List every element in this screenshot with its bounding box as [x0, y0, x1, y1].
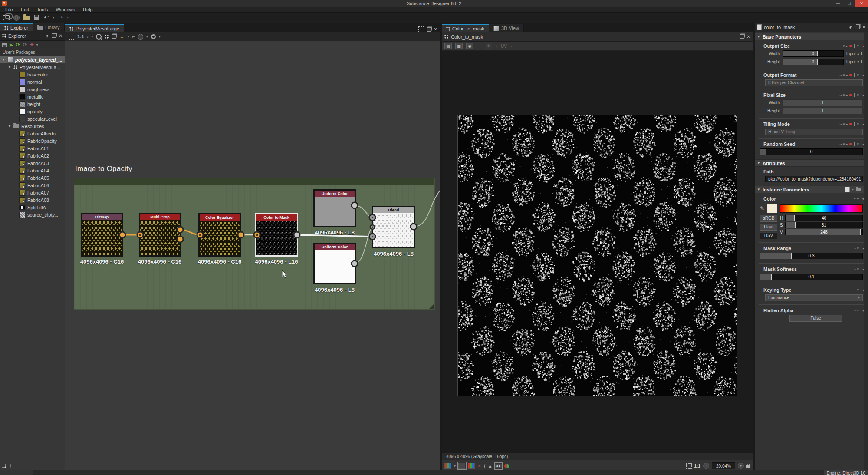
- float-button[interactable]: Float: [760, 224, 777, 231]
- globe-icon[interactable]: [13, 14, 20, 21]
- section-collapse-icon[interactable]: ▼: [757, 188, 760, 191]
- pin-colortomask-output[interactable]: [294, 232, 300, 238]
- tree-item-fabricopacity[interactable]: FabricOpacity: [0, 137, 65, 145]
- save-package-icon[interactable]: [2, 43, 7, 47]
- param-function-icons[interactable]: ~ ▾: [854, 288, 859, 292]
- pin-bitmap-output[interactable]: [119, 232, 125, 238]
- close-properties-icon[interactable]: ✕: [862, 25, 866, 30]
- tree-item-source-tripty[interactable]: source_tripty...: [0, 211, 65, 218]
- window-icon[interactable]: [112, 34, 116, 39]
- tree-item-fabricalbedo[interactable]: FabricAlbedo: [0, 130, 65, 137]
- wire-uniformbottom-blend[interactable]: [355, 228, 372, 264]
- pin-uniformbottom-output[interactable]: [352, 261, 358, 267]
- maximize-button[interactable]: ❐: [844, 0, 855, 7]
- pin-blend-output[interactable]: [411, 224, 417, 230]
- tree-item-resources[interactable]: ▼ Resources: [0, 122, 65, 130]
- tree-item-fabrica08[interactable]: FabricA08: [0, 196, 65, 204]
- tree-item-package[interactable]: ▼ polyester_layered_...: [0, 56, 65, 63]
- srgb-button[interactable]: sRGB: [760, 215, 777, 222]
- zoom-percent-field[interactable]: 20.04%: [712, 462, 735, 469]
- close-panel-icon[interactable]: ✕: [59, 33, 62, 38]
- float-panel-icon[interactable]: [52, 33, 56, 38]
- info-icon[interactable]: i: [87, 34, 88, 39]
- preset-icon[interactable]: [845, 187, 850, 192]
- graph-canvas[interactable]: Image to Opacity Bitmap 4096x4096 - C16 …: [65, 41, 440, 470]
- tree-item-fabrica07[interactable]: FabricA07: [0, 189, 65, 196]
- pin-colortomask-input[interactable]: [254, 232, 260, 238]
- section-collapse-icon[interactable]: ▼: [757, 35, 760, 39]
- tree-item-splitfilla[interactable]: SplitFillA: [0, 204, 65, 211]
- param-function-icons[interactable]: ~ ▾: [854, 308, 859, 313]
- pin-blend-input-background[interactable]: [370, 225, 375, 229]
- zoom-1-1-label[interactable]: 1:1: [694, 464, 700, 468]
- pin-icon[interactable]: ➤: [44, 33, 50, 39]
- zoom-in-button[interactable]: +: [738, 463, 744, 469]
- pin-blend-input-opacity[interactable]: [369, 234, 375, 240]
- timer-icon[interactable]: [138, 34, 143, 40]
- pin-uniformtop-output[interactable]: [352, 202, 358, 208]
- output-height-slider[interactable]: 0: [783, 59, 844, 65]
- image-edit-icon[interactable]: ▦: [455, 43, 463, 49]
- menu-tools[interactable]: Tools: [33, 7, 52, 12]
- tab-library[interactable]: Library: [33, 23, 65, 31]
- lock-zoom-icon[interactable]: [746, 465, 750, 468]
- tiling-dots-icon[interactable]: ●●: [495, 464, 502, 468]
- param-function-icons[interactable]: ~ ▾ ▸ ▾: [839, 142, 859, 146]
- snap-icon[interactable]: ⌐: [132, 34, 135, 39]
- menu-help[interactable]: Help: [79, 7, 96, 12]
- add-node-icon[interactable]: ✚: [30, 42, 34, 48]
- tree-item-roughness[interactable]: roughness: [0, 86, 65, 93]
- float-properties-icon[interactable]: [855, 25, 860, 29]
- section-attributes[interactable]: ▼ Attributes: [755, 159, 868, 167]
- float-view2d-icon[interactable]: [740, 34, 744, 39]
- color-view-icon[interactable]: [468, 463, 475, 469]
- random-seed-slider[interactable]: 0: [760, 148, 863, 155]
- tree-item-specularlevel[interactable]: specularLevel: [0, 115, 65, 122]
- section-instance-parameters[interactable]: ▼ Instance Parameters ▾ ▾: [755, 186, 868, 193]
- image-icon[interactable]: ▤: [444, 43, 452, 49]
- param-function-icons[interactable]: ~ ▾: [854, 246, 859, 251]
- pin-multicrop-input[interactable]: [137, 232, 143, 238]
- keying-type-dropdown[interactable]: Luminance ▾: [765, 294, 863, 301]
- param-function-icons[interactable]: ~ ▾: [854, 267, 859, 271]
- dock-grid-icon[interactable]: [418, 26, 424, 32]
- minimize-button[interactable]: —: [832, 0, 844, 7]
- settings-gear-icon[interactable]: [151, 34, 156, 39]
- expand-arrow-icon[interactable]: ▼: [2, 58, 5, 62]
- sync-icon[interactable]: ⟳: [16, 42, 20, 48]
- texture-2d-canvas[interactable]: [457, 115, 737, 396]
- info-caret-icon[interactable]: ▾: [91, 35, 93, 39]
- graph-status-icon[interactable]: [2, 464, 6, 468]
- tree-item-graph[interactable]: ▼ PolyesterMeshLa...: [0, 63, 65, 71]
- undo-caret-icon[interactable]: ▾: [53, 16, 54, 20]
- tree-item-height[interactable]: height: [0, 100, 65, 108]
- play-icon[interactable]: ▶: [10, 42, 13, 48]
- path-field[interactable]: pkg:///color_to_mask?dependency=12841604…: [765, 176, 863, 182]
- grayscale-view-icon[interactable]: [458, 463, 465, 469]
- timer-caret-icon[interactable]: ▾: [146, 35, 148, 39]
- zoom-1-1-button[interactable]: 1:1: [77, 34, 84, 39]
- saturation-slider[interactable]: 31: [785, 222, 863, 228]
- expand-arrow-icon[interactable]: ▼: [8, 65, 11, 69]
- save-icon[interactable]: [33, 14, 40, 21]
- tree-item-metallic[interactable]: metallic: [0, 93, 65, 100]
- redo-caret-icon[interactable]: ▾: [67, 16, 69, 20]
- tab-explorer[interactable]: Explorer: [0, 23, 33, 31]
- tree-item-normal[interactable]: normal: [0, 78, 65, 86]
- explorer-toolbar-caret-icon[interactable]: ▾: [36, 43, 38, 47]
- wire-colortomask-blend-selected[interactable]: [297, 235, 372, 237]
- close-dock-icon[interactable]: ✕: [434, 27, 437, 32]
- settings-caret-icon[interactable]: ▾: [159, 35, 161, 39]
- menu-windows[interactable]: Windows: [52, 7, 79, 12]
- tab-3d-view[interactable]: 3D View: [489, 24, 524, 32]
- pin-colorequalizer-output[interactable]: [238, 232, 244, 238]
- link-mode-caret-icon[interactable]: ▾: [127, 35, 129, 39]
- histogram-icon[interactable]: ▲: [488, 463, 493, 468]
- properties-scrollbar[interactable]: [864, 32, 868, 470]
- pin-multicrop-output-1[interactable]: [177, 227, 183, 233]
- hsv-button[interactable]: HSV: [760, 232, 777, 239]
- undo-icon[interactable]: ↶: [43, 14, 50, 21]
- eyedropper-icon[interactable]: ✎: [760, 205, 764, 211]
- compare-icon[interactable]: [504, 464, 509, 468]
- param-function-icons[interactable]: ~ ▾ ▸ ▾: [839, 73, 859, 77]
